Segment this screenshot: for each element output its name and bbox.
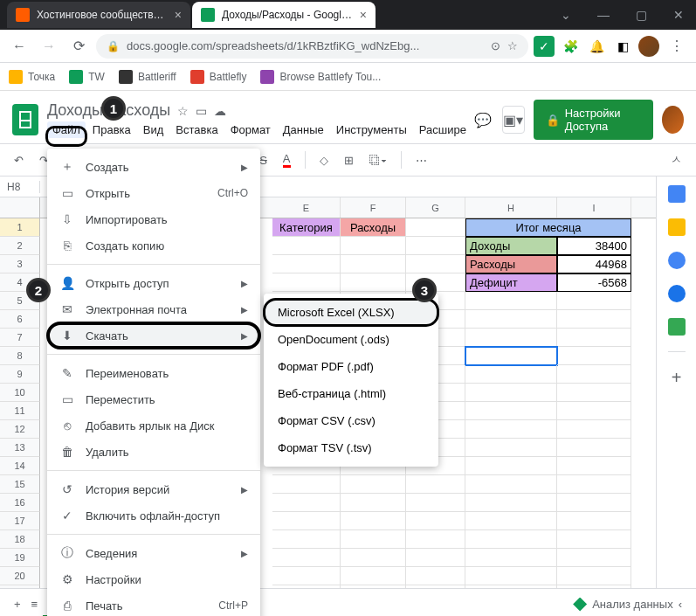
cell[interactable] <box>557 475 631 494</box>
row-header[interactable]: 17 <box>0 512 40 530</box>
cell[interactable] <box>465 292 557 310</box>
cell[interactable]: Итог месяца <box>465 218 631 237</box>
puzzle-icon[interactable]: 🧩 <box>560 36 581 57</box>
browser-tab[interactable]: Хостинговое сообщество «Time × <box>7 2 190 28</box>
cell[interactable] <box>465 347 557 365</box>
fill-color-button[interactable]: ◇ <box>314 150 334 170</box>
cell[interactable] <box>272 494 341 512</box>
cell[interactable]: Расходы <box>465 255 557 273</box>
download-format-item[interactable]: Microsoft Excel (XLSX) <box>264 299 438 326</box>
close-window-icon[interactable]: ✕ <box>668 8 689 22</box>
account-avatar[interactable] <box>662 106 684 134</box>
chevron-down-icon[interactable]: ⌄ <box>555 8 576 22</box>
cell[interactable] <box>465 310 557 329</box>
star-icon[interactable]: ☆ <box>177 104 189 118</box>
cell[interactable] <box>465 439 557 457</box>
menu-data[interactable]: Данные <box>278 121 329 138</box>
cell[interactable] <box>465 494 557 512</box>
cell[interactable]: Доходы <box>465 237 557 255</box>
cell[interactable] <box>465 475 557 494</box>
add-addon-icon[interactable]: + <box>672 368 682 388</box>
search-url-icon[interactable]: ⊙ <box>491 39 500 52</box>
cell[interactable] <box>557 494 631 512</box>
cell[interactable] <box>341 237 406 255</box>
cell[interactable] <box>341 585 406 588</box>
row-header[interactable]: 21 <box>0 585 40 588</box>
add-sheet-button[interactable]: + <box>9 594 26 614</box>
all-sheets-button[interactable]: ≡ <box>26 594 44 614</box>
cell[interactable] <box>341 512 406 530</box>
row-header[interactable]: 16 <box>0 494 40 512</box>
cell[interactable]: Расходы <box>341 218 406 237</box>
row-header[interactable]: 11 <box>0 402 40 420</box>
cell[interactable] <box>557 512 631 530</box>
file-menu-item[interactable]: ↺История версий▶ <box>47 476 260 502</box>
cell[interactable] <box>341 494 406 512</box>
cell[interactable] <box>406 549 465 567</box>
file-menu-item[interactable]: ▭Переместить <box>47 386 260 412</box>
cell[interactable] <box>465 567 557 585</box>
cell[interactable]: 44968 <box>557 255 631 273</box>
cell[interactable] <box>341 255 406 273</box>
file-menu-item[interactable]: ＋Создать▶ <box>47 154 260 180</box>
cell[interactable] <box>341 273 406 292</box>
col-header[interactable]: E <box>272 197 341 218</box>
cell[interactable] <box>465 457 557 475</box>
download-format-item[interactable]: Формат CSV (.csv) <box>264 407 438 434</box>
file-menu-item[interactable]: ✉Электронная почта▶ <box>47 296 260 322</box>
cell[interactable] <box>557 310 631 329</box>
cell[interactable] <box>557 457 631 475</box>
cell[interactable] <box>406 494 465 512</box>
cell[interactable] <box>272 567 341 585</box>
cell[interactable] <box>272 255 341 273</box>
file-menu-item[interactable]: ⬇Скачать▶ <box>47 322 260 349</box>
maximize-icon[interactable]: ▢ <box>631 8 652 22</box>
menu-icon[interactable]: ⋮ <box>665 34 689 59</box>
close-icon[interactable]: × <box>360 8 367 22</box>
cell[interactable] <box>465 329 557 347</box>
file-menu-item[interactable]: 🗑Удалить <box>47 439 260 465</box>
col-header[interactable]: F <box>341 197 406 218</box>
cell[interactable] <box>465 530 557 549</box>
cell[interactable] <box>406 512 465 530</box>
download-format-item[interactable]: Веб-страница (.html) <box>264 380 438 407</box>
cell[interactable] <box>341 567 406 585</box>
cell[interactable] <box>272 549 341 567</box>
row-header[interactable]: 8 <box>0 347 40 365</box>
row-header[interactable]: 15 <box>0 475 40 494</box>
cell[interactable] <box>465 512 557 530</box>
minimize-icon[interactable]: ― <box>592 8 615 22</box>
menu-edit[interactable]: Правка <box>87 121 136 138</box>
cell[interactable] <box>341 549 406 567</box>
extension-icon[interactable]: ◧ <box>612 36 633 57</box>
cell[interactable] <box>557 567 631 585</box>
name-box[interactable]: H8 <box>0 181 40 193</box>
bookmark-item[interactable]: Battlefly <box>190 70 247 84</box>
forward-button[interactable]: → <box>37 34 61 59</box>
analyze-data-button[interactable]: Анализ данных <box>573 598 673 612</box>
cell[interactable] <box>557 420 631 439</box>
calendar-icon[interactable] <box>668 185 686 203</box>
file-menu-item[interactable]: ⎘Создать копию <box>47 232 260 259</box>
file-menu-item[interactable]: ⓘСведения▶ <box>47 540 260 566</box>
tasks-icon[interactable] <box>668 252 686 269</box>
cell[interactable] <box>272 273 341 292</box>
cell[interactable] <box>465 420 557 439</box>
cell[interactable] <box>406 585 465 588</box>
comments-icon[interactable]: 💬 <box>472 106 493 134</box>
row-header[interactable]: 2 <box>0 237 40 255</box>
cloud-status-icon[interactable]: ☁ <box>214 104 226 118</box>
file-menu-item[interactable]: ⎋Добавить ярлык на Диск <box>47 412 260 439</box>
cell[interactable] <box>272 512 341 530</box>
cell[interactable] <box>406 475 465 494</box>
cell[interactable] <box>557 292 631 310</box>
col-header[interactable]: H <box>465 197 557 218</box>
row-header[interactable]: 13 <box>0 439 40 457</box>
cell[interactable] <box>557 365 631 384</box>
file-menu-item[interactable]: ✎Переименовать <box>47 360 260 386</box>
cell[interactable] <box>557 439 631 457</box>
share-button[interactable]: 🔒 Настройки Доступа <box>534 100 653 140</box>
cell[interactable] <box>557 347 631 365</box>
cell[interactable]: -6568 <box>557 273 631 292</box>
menu-tools[interactable]: Инструменты <box>331 121 412 138</box>
